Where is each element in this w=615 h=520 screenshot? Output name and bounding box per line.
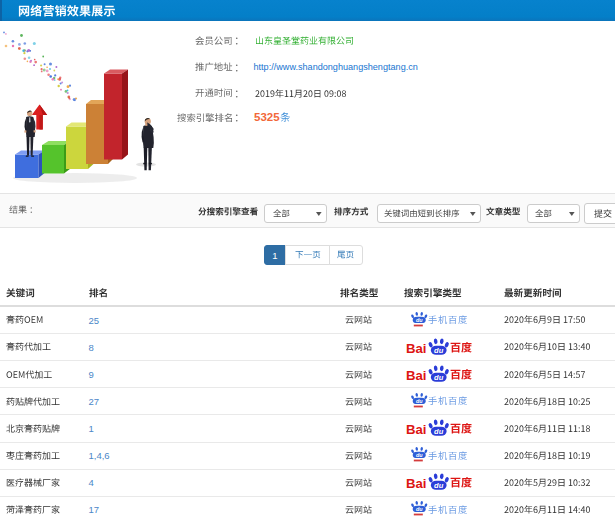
svg-text:Bai: Bai — [406, 340, 427, 355]
svg-text:du: du — [416, 452, 423, 458]
svg-text:du: du — [434, 481, 444, 490]
svg-text:du: du — [416, 397, 423, 403]
svg-text:Bai: Bai — [406, 367, 427, 382]
svg-text:Bai: Bai — [406, 421, 427, 436]
svg-text:du: du — [434, 345, 444, 354]
svg-text:Bai: Bai — [406, 476, 427, 491]
svg-text:du: du — [416, 506, 423, 512]
svg-text:du: du — [416, 316, 423, 322]
svg-text:du: du — [434, 427, 444, 436]
svg-text:du: du — [434, 372, 444, 381]
